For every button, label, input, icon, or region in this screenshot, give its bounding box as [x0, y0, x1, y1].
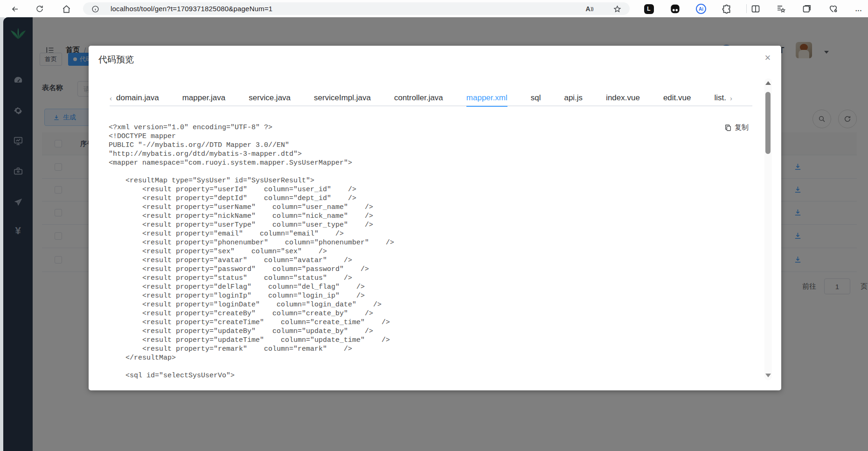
read-aloud-icon[interactable]: A)): [585, 4, 594, 14]
toolbar-divider: [746, 4, 747, 13]
scroll-down-icon[interactable]: [765, 374, 771, 377]
refresh-icon[interactable]: [34, 3, 46, 15]
back-icon[interactable]: [9, 3, 21, 15]
favorite-star-icon[interactable]: [612, 4, 622, 14]
tabs-next-icon[interactable]: ›: [730, 94, 736, 102]
collections-icon[interactable]: [801, 3, 813, 15]
split-screen-icon[interactable]: [750, 3, 762, 15]
reader-extension-icon[interactable]: [669, 3, 681, 15]
favorites-icon[interactable]: [775, 3, 787, 15]
scrollbar[interactable]: [764, 78, 772, 380]
code-tabs: ‹ domain.java mapper.java service.java s…: [110, 90, 752, 106]
more-icon[interactable]: ...: [853, 3, 865, 15]
screen: localhost/tool/gen?t=1709371825080&pageN…: [0, 0, 868, 451]
tab-sql[interactable]: sql: [531, 93, 541, 103]
code-content[interactable]: <?xml version="1.0" encoding="UTF-8" ?> …: [109, 123, 715, 380]
home-icon[interactable]: [60, 3, 72, 15]
tab-serviceimpl-java[interactable]: serviceImpl.java: [314, 93, 371, 103]
l-extension-icon[interactable]: L: [643, 3, 655, 15]
copy-button[interactable]: 复制: [724, 123, 749, 132]
tab-edit-vue[interactable]: edit.vue: [663, 93, 691, 103]
copy-icon: [724, 124, 732, 132]
tab-domain-java[interactable]: domain.java: [116, 93, 159, 103]
tab-index-vue[interactable]: index.vue: [606, 93, 640, 103]
tab-mapper-java[interactable]: mapper.java: [182, 93, 226, 103]
tab-list-vue[interactable]: list.: [714, 93, 726, 103]
close-icon[interactable]: ×: [762, 52, 774, 64]
scroll-up-icon[interactable]: [765, 81, 771, 85]
extensions-puzzle-icon[interactable]: [721, 3, 733, 15]
browser-essentials-icon[interactable]: [827, 3, 839, 15]
tab-api-js[interactable]: api.js: [564, 93, 583, 103]
url-text[interactable]: localhost/tool/gen?t=1709371825080&pageN…: [111, 5, 272, 13]
tab-service-java[interactable]: service.java: [249, 93, 291, 103]
scrollbar-thumb[interactable]: [765, 92, 771, 154]
code-preview-dialog: 代码预览 × ‹ domain.java mapper.java service…: [89, 46, 781, 390]
ai-extension-icon[interactable]: Ai: [695, 3, 707, 15]
tab-controller-java[interactable]: controller.java: [394, 93, 443, 103]
dialog-title: 代码预览: [98, 54, 134, 66]
tab-mapper-xml[interactable]: mapper.xml: [466, 93, 507, 103]
tabs-prev-icon[interactable]: ‹: [110, 94, 116, 102]
browser-chrome: localhost/tool/gen?t=1709371825080&pageN…: [0, 0, 868, 17]
info-icon[interactable]: [90, 4, 100, 14]
address-bar[interactable]: localhost/tool/gen?t=1709371825080&pageN…: [83, 2, 630, 15]
